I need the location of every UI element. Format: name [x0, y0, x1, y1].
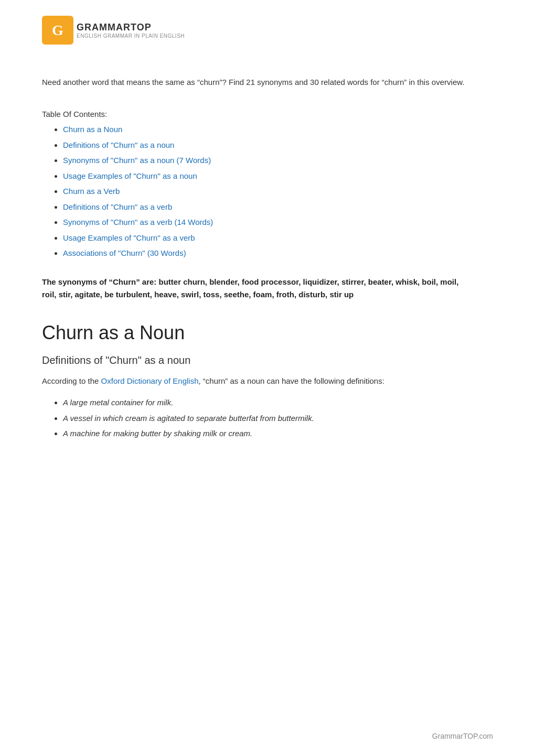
noun-def-intro-para: According to the Oxford Dictionary of En… — [42, 375, 472, 388]
def-intro-text: According to the — [42, 376, 101, 385]
logo-tagline: ENGLISH GRAMMAR IN PLAIN ENGLISH — [77, 33, 185, 39]
toc-list-item: Usage Examples of "Churn" as a verb — [63, 231, 493, 245]
footer-text: GrammarTOP.com — [432, 732, 493, 740]
toc-link[interactable]: Usage Examples of "Churn" as a verb — [63, 233, 195, 242]
toc-section: Table Of Contents: Churn as a NounDefini… — [42, 110, 493, 260]
noun-definitions-list: A large metal container for milk.A vesse… — [42, 396, 493, 440]
logo-text-area: GRAMMARTOP ENGLISH GRAMMAR IN PLAIN ENGL… — [77, 22, 185, 39]
noun-heading: Churn as a Noun — [42, 322, 493, 344]
toc-link[interactable]: Synonyms of "Churn" as a verb (14 Words) — [63, 218, 213, 226]
toc-list-item: Usage Examples of "Churn" as a noun — [63, 169, 493, 183]
definition-item: A machine for making butter by shaking m… — [63, 427, 493, 440]
toc-link[interactable]: Churn as a Noun — [63, 125, 122, 134]
toc-list-item: Churn as a Verb — [63, 185, 493, 198]
logo-letter: G — [52, 22, 63, 39]
toc-link[interactable]: Usage Examples of "Churn" as a noun — [63, 171, 197, 180]
toc-list-item: Associations of "Churn" (30 Words) — [63, 246, 493, 260]
toc-link[interactable]: Synonyms of "Churn" as a noun (7 Words) — [63, 156, 211, 165]
logo-box: G — [42, 16, 73, 45]
toc-link[interactable]: Definitions of "Churn" as a noun — [63, 141, 174, 149]
logo-brand: GRAMMARTOP — [77, 22, 185, 33]
intro-text: Need another word that means the same as… — [42, 76, 472, 89]
definition-item: A vessel in which cream is agitated to s… — [63, 412, 493, 425]
toc-link[interactable]: Associations of "Churn" (30 Words) — [63, 249, 186, 257]
toc-list-item: Synonyms of "Churn" as a verb (14 Words) — [63, 215, 493, 229]
toc-list: Churn as a NounDefinitions of "Churn" as… — [42, 123, 493, 260]
synonyms-bold-text: The synonyms of “Churn” are: butter chur… — [42, 276, 472, 301]
toc-list-item: Churn as a Noun — [63, 123, 493, 136]
toc-label: Table Of Contents: — [42, 110, 493, 118]
def-intro-suffix: , “churn” as a noun can have the followi… — [199, 376, 384, 385]
definition-item: A large metal container for milk. — [63, 396, 493, 409]
toc-list-item: Synonyms of "Churn" as a noun (7 Words) — [63, 154, 493, 167]
oxford-link[interactable]: Oxford Dictionary of English — [101, 376, 199, 385]
logo-area: G GRAMMARTOP ENGLISH GRAMMAR IN PLAIN EN… — [42, 16, 493, 45]
toc-link[interactable]: Definitions of "Churn" as a verb — [63, 202, 172, 211]
toc-link[interactable]: Churn as a Verb — [63, 187, 120, 196]
toc-list-item: Definitions of "Churn" as a noun — [63, 138, 493, 152]
noun-def-heading: Definitions of "Churn" as a noun — [42, 354, 493, 366]
toc-list-item: Definitions of "Churn" as a verb — [63, 200, 493, 214]
footer: GrammarTOP.com — [432, 732, 493, 740]
